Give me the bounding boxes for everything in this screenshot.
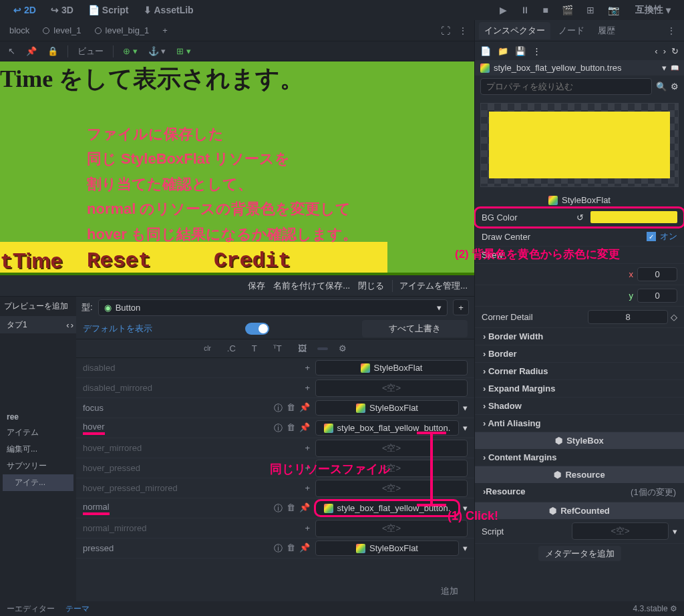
remote-icon[interactable]: ⊞ — [582, 2, 598, 18]
history-back-icon[interactable]: ‹ — [655, 46, 657, 56]
tab-level-big-1[interactable]: level_big_1 — [88, 23, 156, 38]
fold-corner-radius[interactable]: › Corner Radius — [475, 363, 684, 380]
checkbox[interactable]: ✓ — [647, 232, 656, 241]
filter-input[interactable] — [480, 78, 652, 95]
status-editor[interactable]: ーエディター — [7, 603, 55, 615]
fold-anti-aliasing[interactable]: › Anti Aliasing — [475, 415, 684, 432]
mode-script-button[interactable]: 📄 Script — [81, 2, 136, 18]
add-prop-icon[interactable]: + — [305, 483, 310, 493]
viewport-2d[interactable]: Time をして表示されます。 tTime Reset Credit ファイルに… — [0, 61, 474, 275]
skew-y-input[interactable]: 0 — [637, 289, 677, 303]
prop-value[interactable]: style_box_flat_yellow_button. — [315, 500, 459, 516]
pin-icon[interactable]: 📌 — [299, 402, 310, 414]
movie-icon[interactable]: 🎬 — [558, 2, 577, 18]
prop-value[interactable]: StyleBoxFlat — [315, 541, 459, 556]
skew-x-input[interactable]: 0 — [637, 267, 677, 281]
fold-expand-margins[interactable]: › Expand Margins — [475, 380, 684, 398]
mode-3d-button[interactable]: ↪ 3D — [44, 2, 80, 18]
pin-icon[interactable]: 📌 — [299, 422, 310, 434]
manage-items-button[interactable]: アイテムを管理... — [392, 280, 468, 292]
revert-icon[interactable]: ↺ — [576, 212, 584, 222]
section-stylebox[interactable]: ⬢ StyleBox — [475, 432, 684, 449]
tree-tab-1[interactable]: タブ1 — [0, 317, 63, 333]
status-theme[interactable]: テーマ — [65, 603, 90, 615]
chevron-down-icon[interactable]: ▾ — [463, 423, 468, 433]
tab-block[interactable]: block — [3, 23, 36, 38]
default-toggle[interactable] — [245, 323, 269, 335]
settings-icon[interactable]: ⚙ — [333, 342, 352, 355]
save-as-button[interactable]: 名前を付けて保存... — [273, 280, 350, 292]
add-prop-icon[interactable]: + — [305, 523, 310, 533]
lock-icon[interactable]: 🔒 — [43, 44, 62, 58]
image-icon[interactable]: 🖼 — [293, 342, 312, 355]
attach-icon[interactable]: 📌 — [22, 44, 41, 58]
pause-icon[interactable]: ⏸ — [516, 2, 534, 18]
spinner-icon[interactable]: ◇ — [671, 312, 677, 322]
camera-icon[interactable]: 📷 — [604, 2, 623, 18]
delete-icon[interactable]: 🗑 — [287, 422, 295, 434]
fold-resource[interactable]: › Resource(1個の変更) — [475, 483, 684, 502]
add-prop-icon[interactable]: + — [305, 383, 310, 393]
history-fwd-icon[interactable]: › — [663, 46, 666, 56]
info-icon[interactable]: ⓘ — [274, 543, 283, 555]
close-button[interactable]: 閉じる — [358, 280, 384, 292]
anchor-icon[interactable]: ⚓ ▾ — [144, 44, 170, 58]
pin-icon[interactable]: 📌 — [299, 543, 310, 555]
view-menu[interactable]: ビュー — [73, 43, 108, 59]
cursor-icon[interactable]: ↖ — [4, 44, 19, 58]
section-refcounted[interactable]: ⬢ RefCounted — [475, 502, 684, 519]
tree-item[interactable]: アイテム — [3, 424, 73, 441]
fold-border[interactable]: › Border — [475, 345, 684, 363]
mode-2d-button[interactable]: ↩ 2D — [7, 2, 43, 18]
stylebox-icon[interactable] — [317, 347, 328, 350]
history-menu-icon[interactable]: ↻ — [671, 46, 679, 56]
search-icon[interactable]: 🔍 — [656, 82, 667, 92]
info-icon[interactable]: ⓘ — [274, 402, 283, 414]
type-select[interactable]: ◉ Button ▾ — [98, 299, 448, 316]
add-node-icon[interactable]: ⊕ ▾ — [119, 44, 142, 58]
new-resource-icon[interactable]: 📄 — [480, 46, 491, 56]
tree-item[interactable]: アイテ... — [3, 474, 73, 491]
delete-icon[interactable]: 🗑 — [287, 502, 295, 514]
info-icon[interactable]: ⓘ — [274, 502, 283, 514]
corner-detail-input[interactable]: 8 — [588, 310, 668, 324]
section-resource[interactable]: ⬢ Resource — [475, 466, 684, 483]
show-default-button[interactable]: デフォルトを表示 — [83, 323, 152, 335]
stop-icon[interactable]: ■ — [539, 2, 552, 18]
prop-value[interactable]: <空> — [315, 520, 468, 537]
tab-inspector[interactable]: インスペクター — [479, 22, 550, 39]
add-prop-icon[interactable]: + — [305, 363, 310, 373]
save-resource-icon[interactable]: 💾 — [515, 46, 526, 56]
tree-item[interactable]: サブツリー — [3, 458, 73, 474]
chevron-down-icon[interactable]: ▾ — [463, 543, 468, 553]
add-tab-button[interactable]: + — [156, 23, 174, 38]
chevron-down-icon[interactable]: ▾ — [463, 403, 468, 413]
expand-icon[interactable]: ⛶ — [437, 23, 454, 39]
tab-history[interactable]: 履歴 — [592, 22, 621, 39]
constant-icon[interactable]: .C — [222, 342, 241, 355]
add-prop-icon[interactable]: + — [305, 443, 310, 453]
prop-value[interactable]: <空> — [315, 480, 468, 497]
add-metadata-button[interactable]: メタデータを追加 — [538, 546, 621, 561]
add-preview-button[interactable]: プレビューを追加 — [0, 297, 76, 316]
pin-icon[interactable]: 📌 — [299, 502, 310, 514]
dock-menu-icon[interactable]: ⋮ — [663, 23, 680, 39]
draw-center-row[interactable]: Draw Center ✓ オン — [475, 227, 684, 247]
renderer-select[interactable]: 互換性 ▾ — [629, 1, 677, 19]
resource-menu-icon[interactable]: ⋮ — [532, 46, 541, 56]
tab-node[interactable]: ノード — [553, 22, 590, 39]
fold-shadow[interactable]: › Shadow — [475, 398, 684, 415]
bg-color-row[interactable]: BG Color ↺ — [475, 208, 684, 227]
delete-icon[interactable]: 🗑 — [287, 543, 295, 555]
tab-level-1[interactable]: level_1 — [36, 23, 88, 38]
add-item-button[interactable]: 追加 — [441, 586, 458, 596]
fontsize-icon[interactable]: ᵀT — [268, 342, 287, 355]
clr-icon[interactable]: clr — [198, 343, 216, 353]
tree-prev-icon[interactable]: ‹ — [66, 320, 69, 330]
add-type-button[interactable]: + — [453, 299, 469, 315]
menu-icon[interactable]: ⋮ — [454, 23, 472, 39]
doc-icon[interactable]: 📖 — [671, 64, 679, 71]
save-button[interactable]: 保存 — [248, 280, 265, 292]
prop-value[interactable]: <空> — [315, 440, 468, 457]
fold-border-width[interactable]: › Border Width — [475, 328, 684, 345]
